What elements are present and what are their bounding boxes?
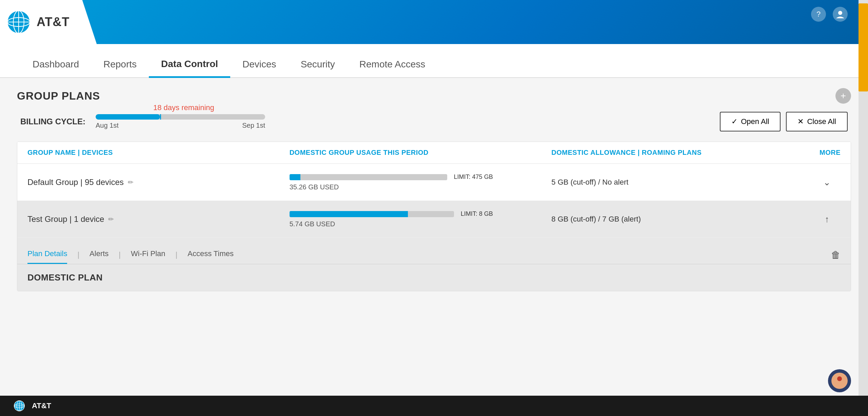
table-header-allowance: DOMESTIC ALLOWANCE | ROAMING PLANS [551,149,813,157]
tab-separator-3: | [176,250,178,264]
domestic-plan-section: DOMESTIC PLAN [17,264,851,291]
header-icons: ? [811,7,848,22]
group-plans-header: GROUP PLANS + [17,88,851,104]
att-globe-icon [7,10,31,34]
chat-avatar-icon [831,373,848,389]
table-header-group-name: GROUP NAME | DEVICES [27,149,290,157]
default-group-expand-button[interactable]: ⌄ [813,177,841,188]
row-default-group-name: Default Group | 95 devices ✏ [27,178,290,187]
billing-bar-fill [96,114,160,120]
table-header: GROUP NAME | DEVICES DOMESTIC GROUP USAG… [17,142,851,164]
svg-point-6 [838,11,842,15]
default-group-usage-cell: LIMIT: 475 GB 35.26 GB USED [290,173,552,191]
billing-dates: Aug 1st Sep 1st [96,122,265,129]
test-group-limit: LIMIT: 8 GB [461,210,493,217]
test-group-edit-icon[interactable]: ✏ [108,215,114,223]
group-plans-table: GROUP NAME | DEVICES DOMESTIC GROUP USAG… [17,142,851,291]
nav-item-devices[interactable]: Devices [230,52,289,78]
nav-item-dashboard[interactable]: Dashboard [20,52,91,78]
footer-globe-icon [14,400,25,412]
default-group-limit: LIMIT: 475 GB [454,173,493,181]
group-plans-title: GROUP PLANS [17,90,100,102]
sub-tab-alerts[interactable]: Alerts [90,245,108,264]
default-group-label: Default Group | 95 devices [27,178,124,187]
billing-buttons: ✓ Open All ✕ Close All [720,112,848,131]
test-group-usage-cell: LIMIT: 8 GB 5.74 GB USED [290,210,552,228]
test-group-usage-text: 5.74 GB USED [290,220,552,228]
test-group-collapse-button[interactable]: ↑ [813,214,841,225]
default-group-bar-fill [290,174,301,180]
nav-item-security[interactable]: Security [289,52,347,78]
main-content: GROUP PLANS + BILLING CYCLE: 18 days rem… [0,78,868,396]
billing-left: BILLING CYCLE: 18 days remaining Aug 1st… [20,114,265,129]
sub-tab-plan-details[interactable]: Plan Details [27,245,67,264]
close-all-button[interactable]: ✕ Close All [786,112,848,131]
billing-start-date: Aug 1st [96,122,119,129]
row-test-group-name: Test Group | 1 device ✏ [27,214,290,224]
chat-bubble-button[interactable] [828,369,851,392]
nav-item-reports[interactable]: Reports [91,52,149,78]
billing-bar-wrapper: 18 days remaining Aug 1st Sep 1st [96,114,265,129]
default-group-edit-icon[interactable]: ✏ [128,178,134,186]
delete-plan-button[interactable]: 🗑 [831,249,841,264]
billing-days-remaining: 18 days remaining [153,103,214,112]
table-header-more: MORE [813,149,841,157]
help-icon[interactable]: ? [811,7,826,22]
close-all-icon: ✕ [797,117,804,126]
sub-tab-access-times[interactable]: Access Times [188,245,234,264]
open-all-label: Open All [741,117,769,126]
table-row: Test Group | 1 device ✏ LIMIT: 8 GB 5.74… [17,201,851,238]
default-group-allowance: 5 GB (cut-off) / No alert [551,178,813,187]
domestic-plan-title: DOMESTIC PLAN [27,272,103,283]
nav-bar: Dashboard Reports Data Control Devices S… [0,44,868,78]
user-icon[interactable] [833,7,848,22]
billing-end-date: Sep 1st [242,122,265,129]
scrollbar-track [859,0,868,416]
billing-section: BILLING CYCLE: 18 days remaining Aug 1st… [17,112,851,131]
chevron-down-icon: ⌄ [823,177,831,188]
app-header: AT&T ? [0,0,868,44]
test-group-bar-fill [290,211,408,217]
table-row: Default Group | 95 devices ✏ LIMIT: 475 … [17,164,851,201]
att-brand-text: AT&T [37,15,70,29]
app-footer: AT&T [0,396,868,416]
sub-tabs-row: Plan Details | Alerts | Wi-Fi Plan | Acc… [17,238,851,264]
sub-tabs-left: Plan Details | Alerts | Wi-Fi Plan | Acc… [27,245,244,264]
svg-point-7 [837,376,842,381]
billing-bar-marker [160,114,161,120]
default-group-usage-bar [290,174,447,180]
logo-area: AT&T [0,0,97,44]
scrollbar-thumb[interactable] [859,3,868,91]
test-group-usage-bar [290,211,454,217]
sub-tab-wifi-plan[interactable]: Wi-Fi Plan [131,245,165,264]
test-group-label: Test Group | 1 device [27,214,104,224]
test-group-allowance: 8 GB (cut-off) / 7 GB (alert) [551,215,813,224]
add-group-button[interactable]: + [835,88,851,104]
billing-label: BILLING CYCLE: [20,117,85,126]
nav-item-remote-access[interactable]: Remote Access [347,52,438,78]
default-group-usage-text: 35.26 GB USED [290,183,552,191]
billing-bar-container [96,114,265,120]
table-header-domestic-usage: DOMESTIC GROUP USAGE THIS PERIOD [290,149,552,157]
tab-separator-1: | [77,250,79,264]
tab-separator-2: | [119,250,121,264]
chevron-up-icon: ↑ [825,214,829,225]
close-all-label: Close All [807,117,836,126]
footer-brand-text: AT&T [32,401,51,410]
open-all-icon: ✓ [731,117,737,126]
open-all-button[interactable]: ✓ Open All [720,112,781,131]
nav-item-data-control[interactable]: Data Control [149,52,230,78]
trash-icon: 🗑 [831,250,841,260]
